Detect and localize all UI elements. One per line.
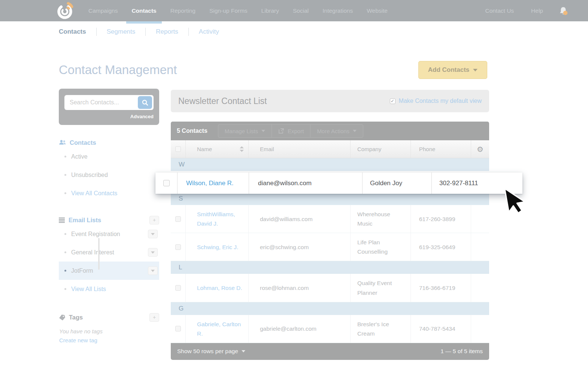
row-checkbox[interactable]	[175, 326, 181, 331]
nav-item-library[interactable]: Library	[261, 0, 279, 21]
add-contacts-button[interactable]: Add Contacts	[418, 61, 487, 79]
column-header-phone[interactable]: Phone	[411, 140, 471, 158]
select-all-checkbox[interactable]	[175, 146, 181, 152]
row-checkbox[interactable]	[163, 180, 170, 186]
group-band-s: S	[171, 192, 489, 205]
add-tag-button[interactable]: +	[149, 313, 159, 322]
bullet-icon	[64, 270, 66, 272]
nav-item-website[interactable]: Website	[367, 0, 388, 21]
nav-item-campaigns[interactable]: Campaigns	[88, 0, 118, 21]
toolbar-button-group: Manage Lists Export More Actions	[218, 124, 363, 138]
list-dropdown-button[interactable]	[148, 266, 158, 275]
subnav-divider	[188, 28, 189, 36]
nav-item-contact-us[interactable]: Contact Us	[485, 0, 514, 21]
bullet-icon	[64, 288, 66, 290]
list-dropdown-button[interactable]	[148, 230, 158, 238]
contact-name-link[interactable]: Gabriele, Carlton R.	[186, 315, 249, 343]
sidebar-item-label: View All Lists	[71, 286, 106, 293]
list-dropdown-button[interactable]	[148, 248, 158, 257]
chevron-down-icon	[473, 69, 478, 71]
row-checkbox[interactable]	[175, 216, 181, 222]
sidebar-scrollbar[interactable]	[98, 238, 100, 270]
gear-icon[interactable]: ⚙	[477, 145, 484, 154]
table-row-smithwilliams[interactable]: SmithWilliams, David J. david@williams.c…	[171, 205, 489, 233]
column-header-name[interactable]: Name	[186, 140, 249, 158]
sidebar-item-view-all-contacts[interactable]: View All Contacts	[59, 184, 159, 202]
sidebar-item-general-interest[interactable]: General Interest	[59, 243, 159, 262]
add-list-button[interactable]: +	[149, 216, 159, 224]
nav-item-reporting[interactable]: Reporting	[170, 0, 196, 21]
contact-phone: 740-787-5434	[411, 315, 471, 343]
sidebar: Advanced Contacts Active Unsubscribed	[59, 89, 159, 343]
advanced-search-link[interactable]: Advanced	[64, 114, 154, 119]
manage-lists-button[interactable]: Manage Lists	[218, 124, 272, 138]
top-navigation-bar: Campaigns Contacts Reporting Sign-up For…	[0, 0, 588, 21]
column-header-email[interactable]: Email	[249, 140, 351, 158]
tags-empty-text: You have no tags	[59, 328, 159, 334]
nav-item-signup-forms[interactable]: Sign-up Forms	[209, 0, 248, 21]
contact-name-link[interactable]: Lohman, Rose D.	[186, 274, 249, 302]
constant-contact-logo-icon[interactable]	[55, 1, 75, 21]
contact-company: Life Plan Counselling	[351, 233, 411, 261]
sidebar-item-unsubscribed[interactable]: Unsubscribed	[59, 166, 159, 184]
tags-section-title[interactable]: Tags	[69, 314, 83, 321]
contact-phone: 716-366-6719	[411, 274, 471, 302]
table-footer: Show 50 rows per page 1 — 5 of 5 items	[171, 343, 489, 360]
column-header-company[interactable]: Company	[351, 140, 411, 158]
subnav-tab-activity[interactable]: Activity	[199, 28, 219, 36]
nav-item-help[interactable]: Help	[531, 0, 543, 21]
sidebar-item-view-all-lists[interactable]: View All Lists	[59, 280, 159, 298]
tag-icon	[59, 314, 66, 321]
contact-company: Bresler's Ice Cream	[351, 315, 411, 343]
sort-icon[interactable]	[240, 146, 244, 152]
chevron-down-icon	[151, 233, 155, 235]
chevron-down-icon	[261, 130, 265, 132]
group-band-w: W	[171, 158, 489, 171]
more-actions-button[interactable]: More Actions	[310, 124, 363, 138]
contact-phone: 617-260-3899	[411, 205, 471, 233]
plus-icon: +	[153, 217, 156, 223]
more-actions-label: More Actions	[317, 128, 349, 134]
subnav-tab-segments[interactable]: Segments	[107, 28, 136, 36]
contact-name-link[interactable]: SmithWilliams, David J.	[186, 205, 249, 233]
subnav-tab-contacts[interactable]: Contacts	[59, 28, 86, 36]
nav-item-social[interactable]: Social	[293, 0, 309, 21]
create-new-tag-link[interactable]: Create new tag	[59, 337, 159, 343]
notification-badge	[563, 10, 568, 15]
default-view-checkbox[interactable]: ✓	[390, 98, 395, 104]
list-header-panel: Newsletter Contact List ✓ Make Contacts …	[171, 90, 489, 112]
bullet-icon	[64, 174, 66, 176]
table-row-schwing[interactable]: Schwing, Eric J. eric@schwing.com Life P…	[171, 233, 489, 261]
subnav-tab-reports[interactable]: Reports	[156, 28, 178, 36]
notifications-bell-icon[interactable]	[559, 5, 569, 16]
sidebar-item-label: Active	[71, 153, 88, 160]
nav-item-integrations[interactable]: Integrations	[322, 0, 353, 21]
table-row-wilson-highlighted[interactable]: Wilson, Diane R. diane@wilson.com Golden…	[155, 172, 522, 194]
default-view-toggle[interactable]: ✓ Make Contacts my default view	[390, 98, 482, 104]
sidebar-item-event-registration[interactable]: Event Registration	[59, 225, 159, 243]
contact-name-link[interactable]: Wilson, Diane R.	[178, 172, 249, 194]
sidebar-contacts-section: Contacts Active Unsubscribed View All Co…	[59, 138, 159, 202]
contact-email: rose@lohman.com	[249, 274, 351, 302]
default-view-label: Make Contacts my default view	[399, 98, 482, 104]
table-row-lohman[interactable]: Lohman, Rose D. rose@lohman.com Quality …	[171, 274, 489, 302]
name-column-label: Name	[197, 146, 212, 152]
row-checkbox[interactable]	[175, 244, 181, 250]
contacts-section-title[interactable]: Contacts	[70, 139, 96, 146]
bullet-icon	[64, 192, 66, 194]
email-lists-section-title[interactable]: Email Lists	[69, 217, 101, 224]
export-button[interactable]: Export	[272, 124, 310, 138]
sidebar-item-jotform[interactable]: JotForm	[59, 262, 159, 280]
row-checkbox[interactable]	[175, 285, 181, 291]
chevron-down-icon	[151, 270, 155, 272]
contact-phone: 619-325-0649	[411, 233, 471, 261]
search-button[interactable]	[138, 96, 152, 109]
sidebar-item-active[interactable]: Active	[59, 147, 159, 166]
nav-item-contacts[interactable]: Contacts	[131, 0, 156, 21]
mouse-cursor-arrow	[504, 185, 528, 217]
people-icon	[59, 140, 66, 146]
rows-per-page-dropdown[interactable]: Show 50 rows per page	[177, 348, 245, 355]
rows-per-page-label: Show 50 rows per page	[177, 348, 238, 355]
table-row-gabriele[interactable]: Gabriele, Carlton R. gabriele@carlton.co…	[171, 315, 489, 343]
contact-name-link[interactable]: Schwing, Eric J.	[186, 233, 249, 261]
